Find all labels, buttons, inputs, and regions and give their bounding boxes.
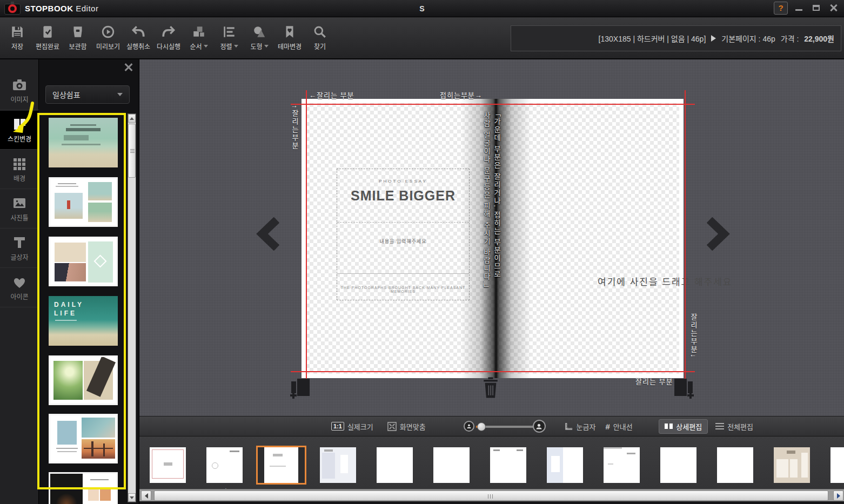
actual-size-button[interactable]: 1:1 실제크기 [331, 421, 373, 432]
panel-scrollbar-thumb[interactable] [128, 124, 136, 178]
archive-label: 보관함 [69, 42, 86, 51]
detail-edit-button[interactable]: 상세편집 [659, 419, 708, 434]
page-thumbnail-9-10[interactable] [490, 447, 526, 483]
thumbnail-art [493, 449, 500, 451]
view-control-bar: 1:1 실제크기 화면맞춤 [139, 416, 844, 436]
main-toolbar: 저장 편집완료 보관함 미리보기 실행취소 다시실행 순서 정렬 [0, 17, 844, 59]
theme-change-button[interactable]: 테마변경 [274, 20, 305, 56]
page-thumbnail-15-16[interactable] [660, 447, 696, 483]
photo-frame-icon [12, 196, 27, 210]
thumbnail-art [608, 463, 613, 465]
page-thumbnail-11-12[interactable] [547, 447, 583, 483]
delete-page-button[interactable] [483, 377, 499, 399]
book-info-box: [130X185 | 하드커버 | 없음 | 46p] 기본페이지 : 46p … [511, 25, 841, 51]
close-button[interactable] [828, 3, 840, 14]
guide-hash-icon: # [605, 422, 609, 431]
sidebar-item-photo-frame[interactable]: 사진틀 [0, 190, 39, 229]
archive-button[interactable]: 보관함 [63, 20, 93, 56]
filmstrip-scrollbar-thumb[interactable] [154, 490, 828, 501]
filmstrip-item-21: 21 [830, 447, 844, 489]
order-button[interactable]: 순서 [184, 20, 214, 56]
undo-button[interactable]: 실행취소 [123, 20, 153, 56]
add-page-right-button[interactable] [671, 377, 695, 400]
skin-category-dropdown[interactable]: 일상쉼표 [45, 85, 130, 104]
help-button[interactable]: ? [774, 2, 788, 15]
sidebar-item-text-box[interactable]: 글상자 [0, 229, 39, 268]
page-thumbnail-prolog[interactable] [206, 447, 243, 483]
thumbnail-art [801, 453, 808, 478]
book-spread[interactable]: PHOTO ESSAY SMILE BIGGER 내용을 입력해주세요 THE … [302, 99, 684, 378]
next-page-button[interactable] [704, 217, 730, 251]
page-thumbnail-13-14[interactable] [604, 447, 640, 483]
filmstrip-item-9-10: 9 10 [490, 447, 526, 489]
crop-guide-left [306, 90, 307, 386]
sidebar-label-photo-frame: 사진틀 [10, 213, 28, 222]
photo-drop-hint[interactable]: 여기에 사진을 드래그 해주세요 [598, 274, 733, 288]
thumbnail-art [164, 462, 172, 466]
sidebar-item-icon[interactable]: 아이콘 [0, 268, 39, 307]
crop-guide-top [291, 104, 695, 105]
panel-scrollbar[interactable] [128, 113, 136, 502]
filmstrip-item-11-12: 11 12 [547, 447, 583, 489]
maximize-button[interactable] [810, 3, 822, 14]
filmstrip-item-17-18: 17 18 [717, 447, 753, 489]
background-grid-icon [12, 157, 27, 171]
page-thumbnail-7-8[interactable] [433, 447, 470, 483]
zoom-slider[interactable] [464, 420, 550, 433]
cover-text-box[interactable]: PHOTO ESSAY SMILE BIGGER 내용을 입력해주세요 THE … [337, 169, 470, 300]
add-page-left-button[interactable] [289, 377, 313, 400]
scroll-down-button[interactable] [128, 493, 136, 502]
price-value: 22,900원 [804, 33, 834, 44]
edit-complete-label: 편집완료 [36, 42, 59, 51]
page-thumbnail-cover[interactable] [150, 447, 186, 483]
page-thumbnail-19-20[interactable] [774, 447, 810, 483]
filmstrip-item-cover: cover [150, 447, 186, 489]
zoom-slider-track[interactable] [475, 425, 539, 428]
page-thumbnail-17-18[interactable] [717, 447, 753, 483]
page-thumbnail-3-4[interactable] [320, 447, 356, 483]
fit-screen-button[interactable]: 화면맞춤 [387, 421, 426, 432]
align-button[interactable]: 정렬 [214, 20, 244, 56]
ruler-icon [564, 422, 573, 431]
prev-page-button[interactable] [256, 217, 282, 251]
skin-category-value: 일상쉼표 [52, 89, 81, 100]
panel-close-button[interactable] [123, 62, 135, 73]
thumbnail-art [56, 493, 77, 504]
ruler-toggle-button[interactable]: 눈금자 [564, 421, 596, 432]
crop-label-left: ↑잘리는부분 [290, 105, 300, 150]
thumbnail-art [776, 459, 788, 478]
overall-edit-button[interactable]: 전체편집 [715, 421, 753, 432]
book-spec-text: [130X185 | 하드커버 | 없음 | 46p] [599, 33, 706, 44]
filmstrip-scrollbar[interactable] [139, 489, 844, 501]
guide-toggle-button[interactable]: # 안내선 [605, 421, 632, 432]
thumbnail-art [604, 447, 622, 449]
zoom-slider-knob[interactable] [477, 422, 486, 431]
page-thumbnail-21[interactable] [830, 447, 844, 483]
zoom-out-icon[interactable] [464, 421, 474, 432]
scroll-left-button[interactable] [141, 490, 151, 501]
sidebar-item-background[interactable]: 배경 [0, 150, 39, 189]
overall-edit-icon [715, 423, 724, 429]
redo-button[interactable]: 다시실행 [153, 20, 184, 56]
title-bar: STOPBOOK Editor S ? [0, 0, 844, 17]
price-label: 가격 : [781, 33, 799, 44]
filmstrip-item-5-6: 5 6 [377, 447, 413, 489]
edit-complete-button[interactable]: 편집완료 [32, 20, 63, 56]
play-marker-icon [711, 35, 716, 42]
guide-label: 안내선 [613, 421, 633, 432]
minimize-button[interactable] [793, 3, 805, 14]
page-thumbnail-5-6[interactable] [377, 447, 413, 483]
shape-button[interactable]: 도형 [244, 20, 274, 56]
text-box-input-row[interactable]: 내용을 입력해주세요 [337, 223, 469, 274]
filmstrip-item-15-16: 15 16 [660, 447, 696, 489]
filmstrip-item-prolog: prolog [206, 447, 243, 489]
zoom-in-icon[interactable] [533, 420, 546, 433]
scroll-up-button[interactable] [128, 114, 136, 123]
scroll-right-button[interactable] [833, 490, 843, 501]
preview-button[interactable]: 미리보기 [93, 20, 123, 56]
undo-icon [131, 25, 145, 39]
find-button[interactable]: 찾기 [305, 20, 335, 56]
spine-warning-line2: 사람 얼굴이나 문구등은 피해 주시기 바랍니다.」 [482, 112, 491, 322]
save-button[interactable]: 저장 [2, 20, 32, 56]
page-thumbnail-1-2[interactable] [256, 446, 306, 485]
